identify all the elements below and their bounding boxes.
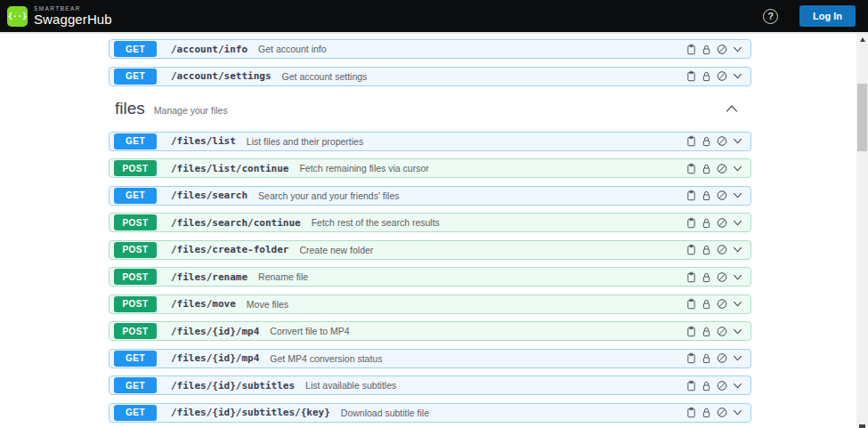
lock-icon[interactable] <box>702 407 711 418</box>
operation-actions <box>686 44 750 55</box>
lock-icon[interactable] <box>702 352 711 364</box>
clipboard-icon[interactable] <box>686 407 696 418</box>
api-documentation: GET/account/infoGet account infoGET/acco… <box>0 34 868 428</box>
chevron-down-icon[interactable] <box>733 381 742 391</box>
clipboard-icon[interactable] <box>686 70 696 82</box>
chevron-up-icon[interactable] <box>725 102 751 116</box>
login-button[interactable]: Log In <box>799 5 856 27</box>
interactive-disabled-icon[interactable] <box>717 217 727 229</box>
chevron-down-icon[interactable] <box>733 245 742 254</box>
lock-icon[interactable] <box>702 298 711 310</box>
operation-row[interactable]: GET/files/{id}/subtitlesList available s… <box>109 376 751 395</box>
chevron-down-icon[interactable] <box>733 299 742 309</box>
operation-row[interactable]: POST/files/search/continueFetch rest of … <box>109 213 751 232</box>
interactive-disabled-icon[interactable] <box>717 352 727 364</box>
section-header-files[interactable]: filesManage your files <box>109 93 751 124</box>
interactive-disabled-icon[interactable] <box>717 380 727 392</box>
operation-path: /files/{id}/mp4 <box>171 352 259 364</box>
operation-summary: Get account settings <box>282 71 368 82</box>
interactive-disabled-icon[interactable] <box>717 70 727 82</box>
lock-icon[interactable] <box>702 70 711 82</box>
clipboard-icon[interactable] <box>686 271 696 283</box>
interactive-disabled-icon[interactable] <box>717 44 727 55</box>
operation-row[interactable]: GET/files/listList files and their prope… <box>109 132 751 151</box>
chevron-down-icon[interactable] <box>733 327 742 336</box>
clipboard-icon[interactable] <box>686 135 696 147</box>
chevron-down-icon[interactable] <box>733 272 742 282</box>
operation-row[interactable]: POST/files/create-folderCreate new folde… <box>109 240 751 260</box>
method-badge: GET <box>114 188 157 204</box>
operation-row[interactable]: POST/files/{id}/mp4Convert file to MP4 <box>109 321 751 341</box>
operation-path: /files/{id}/subtitles <box>171 380 295 392</box>
clipboard-icon[interactable] <box>686 380 696 392</box>
operation-summary: Convert file to MP4 <box>270 326 349 336</box>
vertical-scrollbar[interactable] <box>856 34 868 428</box>
scrollbar-thumb[interactable] <box>857 84 867 151</box>
clipboard-icon[interactable] <box>686 326 696 337</box>
chevron-down-icon[interactable] <box>733 353 742 363</box>
operation-summary: List files and their properties <box>247 136 363 147</box>
interactive-disabled-icon[interactable] <box>717 326 727 337</box>
operation-row[interactable]: GET/account/settingsGet account settings <box>109 67 751 86</box>
chevron-down-icon[interactable] <box>733 44 742 54</box>
interactive-disabled-icon[interactable] <box>717 135 727 147</box>
method-badge: GET <box>114 351 157 367</box>
clipboard-icon[interactable] <box>686 217 696 229</box>
operation-actions <box>686 380 750 392</box>
scrollbar-down-arrow-icon[interactable] <box>859 424 865 428</box>
clipboard-icon[interactable] <box>686 298 696 310</box>
interactive-disabled-icon[interactable] <box>717 271 727 283</box>
scrollbar-up-arrow-icon[interactable] <box>856 34 868 45</box>
chevron-down-icon[interactable] <box>733 136 742 146</box>
method-badge: GET <box>114 377 157 393</box>
method-badge: POST <box>114 214 157 230</box>
method-badge: GET <box>114 405 157 421</box>
operation-summary: Download subtitle file <box>341 408 429 418</box>
interactive-disabled-icon[interactable] <box>717 190 727 201</box>
lock-icon[interactable] <box>702 190 711 201</box>
chevron-down-icon[interactable] <box>733 218 742 228</box>
operation-row[interactable]: GET/files/{id}/subtitles/{key}Download s… <box>109 403 751 423</box>
chevron-down-icon[interactable] <box>733 190 742 200</box>
interactive-disabled-icon[interactable] <box>717 163 727 174</box>
lock-icon[interactable] <box>702 380 711 392</box>
interactive-disabled-icon[interactable] <box>717 407 727 418</box>
lock-icon[interactable] <box>702 271 711 283</box>
lock-icon[interactable] <box>702 44 711 55</box>
operation-row[interactable]: GET/files/searchSearch your and your fri… <box>109 186 751 206</box>
operation-path: /files/{id}/subtitles/{key} <box>171 407 330 418</box>
operation-actions <box>686 244 750 255</box>
interactive-disabled-icon[interactable] <box>717 298 727 310</box>
clipboard-icon[interactable] <box>686 163 696 174</box>
operation-row[interactable]: POST/files/renameRename file <box>109 267 751 287</box>
chevron-down-icon[interactable] <box>733 164 742 174</box>
chevron-down-icon[interactable] <box>733 408 742 417</box>
clipboard-icon[interactable] <box>686 244 696 255</box>
lock-icon[interactable] <box>702 135 711 147</box>
lock-icon[interactable] <box>702 244 711 255</box>
lock-icon[interactable] <box>702 326 711 337</box>
operation-row[interactable]: GET/account/infoGet account info <box>109 39 751 59</box>
operation-actions <box>686 271 750 283</box>
operation-summary: Get account info <box>258 44 326 54</box>
method-badge: POST <box>114 296 157 312</box>
chevron-down-icon[interactable] <box>733 71 742 81</box>
operation-summary: Create new folder <box>299 245 373 255</box>
operation-summary: Rename file <box>258 271 308 282</box>
help-icon[interactable]: ? <box>763 9 778 24</box>
clipboard-icon[interactable] <box>686 190 696 201</box>
brand[interactable]: {··} SMARTBEAR SwaggerHub <box>7 6 112 27</box>
operation-row[interactable]: POST/files/list/continueFetch remaining … <box>109 158 751 178</box>
interactive-disabled-icon[interactable] <box>717 244 727 255</box>
operation-row[interactable]: GET/files/{id}/mp4Get MP4 conversion sta… <box>109 349 751 368</box>
operation-summary: Get MP4 conversion status <box>270 353 382 364</box>
lock-icon[interactable] <box>702 217 711 229</box>
method-badge: POST <box>114 323 157 339</box>
clipboard-icon[interactable] <box>686 352 696 364</box>
operation-actions <box>686 298 750 310</box>
method-badge: GET <box>114 69 157 85</box>
lock-icon[interactable] <box>702 163 711 174</box>
operation-row[interactable]: POST/files/moveMove files <box>109 295 751 314</box>
operation-actions <box>686 190 750 201</box>
clipboard-icon[interactable] <box>686 44 696 55</box>
